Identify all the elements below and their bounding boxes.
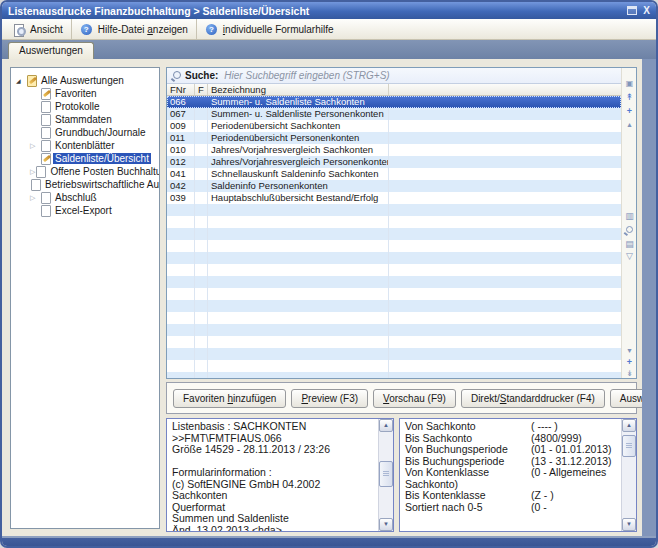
table-row[interactable]: 010 Jahres/Vorjahresvergleich Sachkonten (167, 144, 621, 156)
table-row[interactable]: 039 Hauptabschlußübersicht Bestand/Erfol… (167, 192, 621, 204)
cell-filler (389, 132, 621, 144)
table-row[interactable]: 009 Periodenübersicht Sachkonten (167, 120, 621, 132)
expand-arrow-icon[interactable] (30, 193, 40, 203)
table-row-empty[interactable] (167, 276, 621, 288)
cell-bezeichnung: Periodenübersicht Sachkonten (208, 120, 389, 132)
add-bottom-icon[interactable]: + (622, 357, 637, 368)
scroll-thumb[interactable] (379, 461, 393, 487)
title-bar[interactable]: Listenausdrucke Finanzbuchhaltung > Sald… (2, 2, 656, 19)
param-line: Bis Kontenklasse(Z - ) (405, 490, 617, 502)
table-row[interactable]: 041 Schnellauskunft Saldeninfo Sachkonte… (167, 168, 621, 180)
filter-icon[interactable]: ▽ (622, 251, 637, 262)
tree-item-label: Kontenblätter (53, 140, 117, 151)
column-chooser-icon[interactable]: ▣ (622, 78, 637, 89)
tree-item-label: Betriebswirtschaftliche Auswertungen (43, 179, 160, 190)
tree-item[interactable]: Favoriten (11, 87, 159, 100)
search-bar[interactable]: Suche: (167, 68, 621, 84)
param-label: Von Buchungsperiode (405, 444, 531, 456)
tree-item[interactable]: Protokolle (11, 100, 159, 113)
scroll-up-icon[interactable]: ▲ (622, 119, 637, 130)
cell-filler (389, 144, 621, 156)
column-header-f[interactable]: F (195, 84, 208, 95)
cell-fnr: 012 (167, 156, 195, 168)
zoom-icon[interactable] (622, 225, 637, 237)
table-row[interactable]: 067 Summen- u. Saldenliste Personenkonte… (167, 108, 621, 120)
column-header-fnr[interactable]: FNr (167, 84, 195, 95)
table-row-empty[interactable] (167, 240, 621, 252)
table-row-empty[interactable] (167, 216, 621, 228)
table-row-empty[interactable] (167, 360, 621, 372)
table-row-empty[interactable] (167, 372, 621, 378)
table-row-empty[interactable] (167, 348, 621, 360)
cell-bezeichnung: Jahres/Vorjahresvergleich Personenkonten (208, 156, 389, 168)
table-row-empty[interactable] (167, 228, 621, 240)
table-row[interactable]: 042 Saldeninfo Personenkonten (167, 180, 621, 192)
tree-item[interactable]: Abschluß (11, 191, 159, 204)
scroll-up-button[interactable]: ▲ (379, 419, 393, 432)
table-row-empty[interactable] (167, 252, 621, 264)
table-row-empty[interactable] (167, 336, 621, 348)
scroll-to-bottom-icon[interactable]: ↡ (622, 368, 637, 379)
table-row[interactable]: 011 Periodenübersicht Personenkonten (167, 132, 621, 144)
action-button[interactable]: Direkt/Standarddrucker (F4) (461, 389, 605, 408)
table-side-toolbar: ▣ ↟ + ▲ ▥ ▤ ▽ ▼ + (621, 68, 636, 378)
expand-arrow-icon[interactable] (30, 141, 40, 151)
tree-item[interactable]: Offene Posten Buchhaltung (11, 165, 159, 178)
scroll-thumb[interactable] (622, 435, 636, 457)
columns-icon[interactable]: ▥ (622, 211, 637, 222)
table-row-empty[interactable] (167, 264, 621, 276)
cell-bezeichnung: Periodenübersicht Personenkonten (208, 132, 389, 144)
window-title: Listenausdrucke Finanzbuchhaltung > Sald… (8, 5, 309, 17)
table-row-empty[interactable] (167, 288, 621, 300)
cell-filler (389, 156, 621, 168)
cell-bezeichnung: Jahres/Vorjahresvergleich Sachkonten (208, 144, 389, 156)
column-header-bezeichnung[interactable]: Bezeichnung (208, 84, 389, 95)
search-input[interactable] (222, 69, 621, 82)
param-value: (0 - (531, 501, 547, 513)
param-value: (4800/999) (531, 432, 582, 444)
table-row[interactable]: 012 Jahres/Vorjahresvergleich Personenko… (167, 156, 621, 168)
tree-item[interactable]: Stammdaten (11, 113, 159, 126)
tree-item[interactable]: Kontenblätter (11, 139, 159, 152)
cell-bezeichnung: Saldeninfo Personenkonten (208, 180, 389, 192)
close-icon[interactable]: X (643, 6, 650, 16)
table-row-empty[interactable] (167, 204, 621, 216)
formularhilfe-button[interactable]: individuelle Formularhilfe (196, 19, 342, 39)
tab-auswertungen[interactable]: Auswertungen (8, 42, 94, 59)
cell-bezeichnung: Summen- u. Saldenliste Personenkonten (208, 108, 389, 120)
table-row-empty[interactable] (167, 312, 621, 324)
card-view-icon[interactable]: ▤ (622, 239, 637, 250)
info-scrollbar[interactable]: ▲ ▼ (378, 419, 393, 531)
action-button[interactable]: Preview (F3) (291, 389, 368, 408)
table-row-empty[interactable] (167, 324, 621, 336)
cell-fnr: 039 (167, 192, 195, 204)
table-row-empty[interactable] (167, 300, 621, 312)
toolbar-button-icon (80, 23, 94, 36)
window-properties-icon[interactable] (627, 6, 637, 15)
tree-item[interactable]: Saldenliste/Übersicht (11, 152, 159, 165)
scroll-to-top-icon[interactable]: ↟ (622, 92, 637, 103)
expand-arrow-icon[interactable] (16, 76, 26, 86)
tree-item[interactable]: Excel-Export (11, 204, 159, 217)
info-line: Sachkonten (172, 490, 374, 502)
scroll-down-button[interactable]: ▼ (622, 518, 636, 531)
document-icon (40, 192, 53, 204)
toolbar-button-icon (205, 23, 219, 36)
scroll-up-button[interactable]: ▲ (622, 419, 636, 432)
tree-item[interactable]: Betriebswirtschaftliche Auswertungen (11, 178, 159, 191)
action-button[interactable]: Favoriten hinzufügen (173, 389, 286, 408)
tree-item[interactable]: Alle Auswertungen (11, 74, 159, 87)
table-row[interactable]: 066 Summen- u. Saldenliste Sachkonten (167, 96, 621, 108)
action-button[interactable]: Vorschau (F9) (373, 389, 456, 408)
add-icon[interactable]: + (622, 106, 637, 117)
ansicht-button[interactable]: Ansicht (4, 19, 71, 39)
table-body: 066 Summen- u. Saldenliste Sachkonten 06… (167, 96, 621, 378)
cell-f (195, 96, 208, 108)
params-scrollbar[interactable]: ▲ ▼ (621, 419, 636, 531)
scroll-down-button[interactable]: ▼ (379, 518, 393, 531)
tree-item[interactable]: Grundbuch/Journale (11, 126, 159, 139)
tree-item-label: Excel-Export (53, 205, 114, 216)
scroll-down-icon[interactable]: ▼ (622, 345, 637, 356)
hilfe-datei-button[interactable]: Hilfe-Datei anzeigen (71, 19, 196, 39)
cell-f (195, 144, 208, 156)
